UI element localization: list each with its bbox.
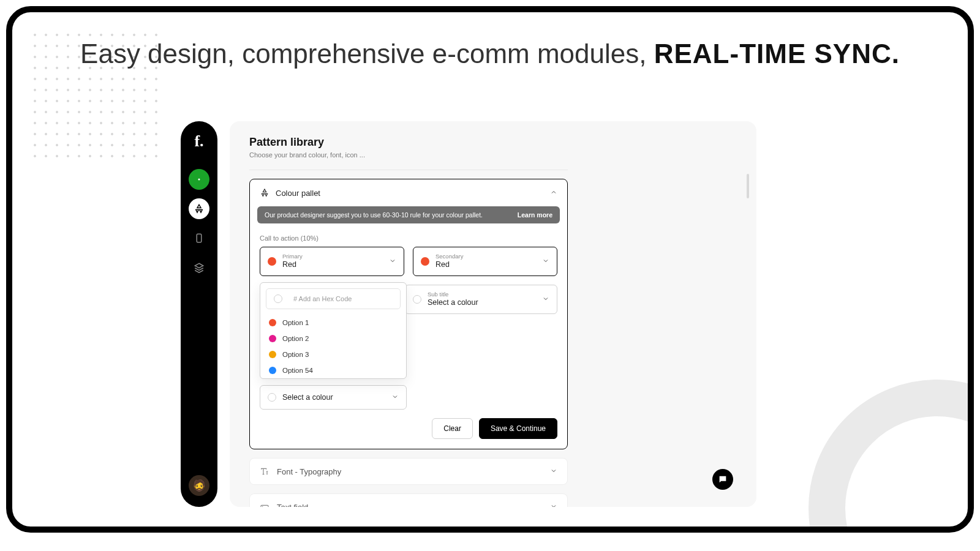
divider	[249, 170, 568, 170]
side-rail: f. 🧔	[181, 121, 217, 507]
secondary-value: Red	[435, 260, 463, 269]
hint-text: Our product designer suggest you to use …	[265, 211, 483, 219]
nav-status-icon[interactable]	[189, 169, 209, 190]
clear-button[interactable]: Clear	[432, 418, 473, 439]
font-panel-label: Font - Typography	[277, 467, 341, 476]
text-field-panel[interactable]: Text field	[249, 493, 568, 507]
colour-pallet-header[interactable]: Colour pallet	[260, 188, 557, 198]
svg-rect-1	[197, 234, 202, 242]
editor-panel: Pattern library Choose your brand colour…	[230, 121, 756, 507]
colour-option-3-label: Option 3	[282, 351, 309, 358]
hint-bar: Our product designer suggest you to use …	[257, 206, 560, 223]
hex-input[interactable]: # Add an Hex Code	[266, 288, 401, 309]
user-avatar[interactable]: 🧔	[189, 475, 209, 496]
hex-swatch-empty	[274, 294, 282, 303]
hidden-colour-select[interactable]: Select a colour	[260, 385, 407, 410]
svg-point-0	[198, 179, 200, 180]
hidden-swatch	[268, 393, 276, 402]
chevron-down-icon	[389, 256, 396, 267]
secondary-colour-select[interactable]: Secondary Red	[413, 247, 557, 276]
swatch-blue	[269, 367, 276, 374]
scrollbar[interactable]	[747, 174, 749, 198]
primary-colour-select[interactable]: Primary Red	[260, 247, 404, 276]
subtitle-swatch	[413, 295, 421, 304]
text-panel-label: Text field	[277, 503, 308, 508]
typography-icon	[260, 467, 270, 476]
decorative-arc	[809, 380, 974, 533]
colour-option-1-label: Option 1	[282, 319, 309, 326]
secondary-key: Secondary	[435, 253, 463, 260]
palette-icon	[260, 188, 270, 198]
primary-swatch	[268, 257, 276, 266]
swatch-pink	[269, 335, 276, 342]
colour-option-2[interactable]: Option 2	[260, 331, 406, 347]
colour-option-4-label: Option 54	[282, 367, 313, 374]
primary-key: Primary	[282, 253, 303, 260]
tagline-strong: REAL-TIME SYNC.	[654, 39, 900, 69]
save-label: Save & Continue	[491, 424, 546, 433]
hex-placeholder: # Add an Hex Code	[293, 295, 352, 302]
chat-icon	[718, 474, 728, 484]
font-typography-panel[interactable]: Font - Typography	[249, 458, 568, 485]
chevron-down-icon	[550, 467, 557, 476]
chevron-down-icon	[391, 392, 399, 403]
colour-dropdown: # Add an Hex Code Option 1 Option 2 Opti…	[260, 282, 407, 379]
subtitle-key: Sub title	[428, 291, 478, 298]
marketing-tagline: Easy design, comprehensive e-comm module…	[12, 37, 968, 70]
colour-option-4[interactable]: Option 54	[260, 362, 406, 378]
swatch-orange	[269, 351, 276, 358]
chevron-down-icon	[542, 294, 549, 305]
page-title: Pattern library	[249, 136, 737, 149]
save-button[interactable]: Save & Continue	[479, 418, 557, 439]
chevron-down-icon	[550, 503, 557, 508]
page-subtitle: Choose your brand colour, font, icon ...	[249, 151, 737, 159]
primary-value: Red	[282, 260, 303, 269]
tagline-pre: Easy design, comprehensive e-comm module…	[80, 39, 654, 69]
colour-pallet-label: Colour pallet	[276, 189, 320, 198]
learn-more-link[interactable]: Learn more	[518, 211, 552, 219]
colour-option-2-label: Option 2	[282, 335, 309, 342]
clear-label: Clear	[443, 424, 461, 433]
nav-design-icon[interactable]	[189, 198, 209, 219]
nav-device-icon[interactable]	[189, 228, 209, 249]
cta-section-label: Call to action (10%)	[260, 234, 557, 242]
help-fab[interactable]	[712, 469, 733, 490]
subtitle-colour-select[interactable]: Sub title Select a colour	[405, 285, 557, 314]
chevron-up-icon	[550, 189, 557, 198]
swatch-red	[269, 319, 276, 326]
brand-logo: f.	[194, 132, 203, 151]
hidden-select-value: Select a colour	[282, 393, 333, 402]
colour-option-3[interactable]: Option 3	[260, 347, 406, 362]
colour-option-1[interactable]: Option 1	[260, 315, 406, 331]
textfield-icon	[260, 502, 270, 507]
chevron-down-icon	[542, 256, 549, 267]
secondary-swatch	[421, 257, 429, 266]
nav-layers-icon[interactable]	[189, 257, 209, 278]
svg-rect-2	[261, 505, 268, 507]
subtitle-value: Select a colour	[428, 298, 478, 307]
colour-pallet-panel: Colour pallet Our product designer sugge…	[249, 179, 568, 449]
